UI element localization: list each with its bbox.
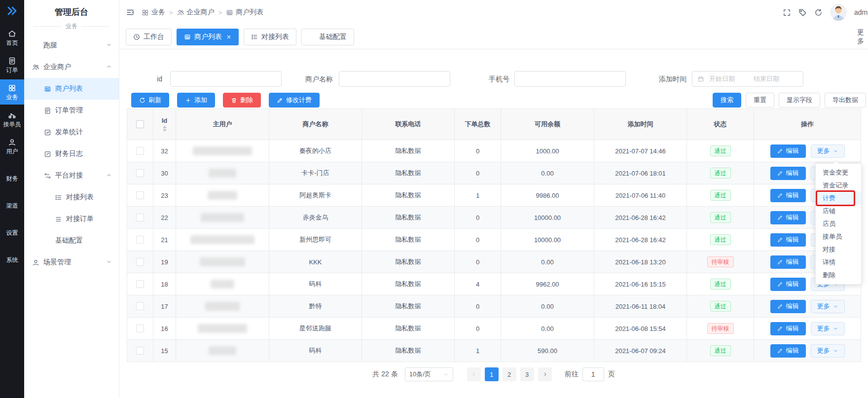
sidebar-item-lines[interactable]: 对接订单: [24, 208, 119, 230]
reset-button[interactable]: 重置: [746, 93, 774, 108]
toolbar-button-refresh[interactable]: 刷新: [131, 93, 169, 108]
app-logo-icon[interactable]: [6, 5, 18, 18]
dropdown-item[interactable]: 计费: [816, 192, 861, 205]
row-checkbox[interactable]: [136, 191, 144, 199]
row-checkbox[interactable]: [136, 258, 144, 266]
sidebar-item-cart[interactable]: 跑腿: [24, 35, 119, 56]
page-button-2[interactable]: 2: [503, 367, 516, 381]
edit-button[interactable]: 编辑: [770, 233, 806, 247]
show-fields-button[interactable]: 显示字段: [779, 93, 820, 108]
user-avatar[interactable]: [830, 4, 847, 21]
dropdown-item[interactable]: 资金记录: [816, 179, 861, 192]
sidebar-item-swap[interactable]: 平台对接: [24, 165, 119, 186]
sidebar-item-doclist[interactable]: 订单管理: [24, 100, 119, 121]
search-button[interactable]: 搜索: [713, 93, 741, 108]
tab-clock[interactable]: 工作台: [126, 29, 172, 45]
sidebar-item-gear[interactable]: 基础配置: [24, 230, 119, 252]
more-button[interactable]: 更多: [811, 300, 845, 313]
row-main-user: [176, 273, 269, 295]
edit-button[interactable]: 编辑: [770, 167, 806, 180]
row-checkbox[interactable]: [136, 214, 144, 221]
rail-item-user[interactable]: 用户: [0, 134, 24, 159]
sidebar-collapse-icon[interactable]: [126, 8, 135, 17]
theme-tag-icon[interactable]: [798, 8, 807, 17]
sidebar-item-listdots[interactable]: 对接列表: [24, 186, 119, 208]
edit-button[interactable]: 编辑: [770, 278, 806, 291]
rail-item-gear[interactable]: 设置: [0, 215, 24, 240]
tabs-more-button[interactable]: 更多: [857, 25, 868, 49]
rail-item-compass[interactable]: 渠道: [0, 188, 24, 213]
primary-nav-rail: 首页订单业务接单员用户财务渠道设置系统: [0, 0, 24, 398]
next-page-button[interactable]: [538, 367, 552, 381]
page-button-1[interactable]: 1: [485, 367, 499, 381]
row-checkbox[interactable]: [136, 302, 144, 310]
rail-item-grid[interactable]: 业务: [0, 79, 24, 105]
tab-gear[interactable]: 基础配置: [301, 29, 354, 45]
tab-listdots[interactable]: 对接列表: [244, 29, 296, 45]
edit-button[interactable]: 编辑: [770, 322, 806, 335]
row-checkbox[interactable]: [136, 236, 144, 244]
more-button[interactable]: 更多: [811, 344, 845, 358]
sidebar-item-editdoc[interactable]: 财务日志: [24, 143, 119, 165]
export-button[interactable]: 导出数据: [825, 93, 866, 108]
more-button[interactable]: 更多: [811, 322, 845, 335]
sidebar-item-card[interactable]: 商户列表: [24, 78, 119, 100]
toolbar-button-pencil[interactable]: 修改计费: [269, 93, 320, 108]
dropdown-item[interactable]: 店铺: [816, 205, 861, 217]
filter-input-3[interactable]: [514, 71, 626, 87]
edit-button[interactable]: 编辑: [770, 255, 806, 269]
reload-icon[interactable]: [814, 8, 823, 17]
row-status-cell: 通过: [687, 273, 754, 295]
edit-button[interactable]: 编辑: [770, 300, 806, 313]
date-range-picker[interactable]: 开始日期结束日期: [692, 71, 803, 87]
page-size-select[interactable]: 10条/页: [405, 367, 453, 381]
tab-close-icon[interactable]: [226, 35, 231, 39]
filter-input-2[interactable]: [339, 71, 450, 87]
more-button[interactable]: 更多: [811, 145, 845, 158]
row-phone-privacy: 隐私数据: [362, 229, 455, 251]
dropdown-item[interactable]: 删除: [816, 269, 861, 282]
rail-item-label: 用户: [6, 148, 18, 155]
username-label[interactable]: admin: [854, 8, 868, 16]
dropdown-item[interactable]: 接单员: [816, 230, 861, 243]
button-label: 编辑: [786, 191, 799, 200]
status-badge: 通过: [710, 345, 731, 356]
toolbar-button-plus[interactable]: 添加: [177, 93, 215, 108]
sort-carets[interactable]: [163, 126, 167, 132]
sidebar-item-chart[interactable]: 发单统计: [24, 121, 119, 143]
prev-page-button[interactable]: [467, 367, 481, 381]
edit-button[interactable]: 编辑: [770, 211, 806, 224]
sort-desc-icon[interactable]: [163, 129, 167, 132]
toolbar-button-trash[interactable]: 删除: [223, 93, 261, 108]
row-checkbox[interactable]: [136, 147, 144, 155]
breadcrumb-item[interactable]: 业务: [142, 8, 165, 17]
row-checkbox[interactable]: [136, 347, 144, 355]
dropdown-item[interactable]: 店员: [816, 217, 861, 230]
page-button-3[interactable]: 3: [520, 367, 534, 381]
rail-item-home[interactable]: 首页: [0, 25, 24, 50]
sidebar-item-users[interactable]: 企业商户: [24, 56, 119, 78]
filter-input-1[interactable]: [170, 71, 282, 87]
select-all-checkbox[interactable]: [136, 120, 144, 128]
rail-item-bike[interactable]: 接单员: [0, 107, 24, 132]
sidebar-item-user[interactable]: 场景管理: [24, 252, 119, 273]
rail-item-doc[interactable]: 订单: [0, 52, 24, 77]
breadcrumb-item[interactable]: 企业商户: [177, 8, 215, 17]
rail-item-layout[interactable]: 系统: [0, 242, 24, 267]
row-checkbox[interactable]: [136, 325, 144, 332]
edit-button[interactable]: 编辑: [770, 189, 806, 202]
dropdown-item[interactable]: 资金变更: [816, 166, 861, 179]
fullscreen-icon[interactable]: [783, 8, 791, 17]
goto-page-input[interactable]: [582, 367, 604, 381]
edit-button[interactable]: 编辑: [770, 344, 806, 358]
page-tabbar: 工作台商户列表对接列表基础配置 更多: [119, 25, 868, 49]
breadcrumb-item[interactable]: 商户列表: [226, 8, 263, 17]
dropdown-item[interactable]: 对接: [816, 243, 861, 256]
sort-asc-icon[interactable]: [163, 126, 167, 128]
rail-item-coin[interactable]: 财务: [0, 161, 24, 186]
row-checkbox[interactable]: [136, 280, 144, 288]
edit-button[interactable]: 编辑: [770, 145, 806, 158]
tab-card[interactable]: 商户列表: [177, 29, 239, 45]
row-checkbox[interactable]: [136, 169, 144, 177]
dropdown-item[interactable]: 详情: [816, 256, 861, 269]
